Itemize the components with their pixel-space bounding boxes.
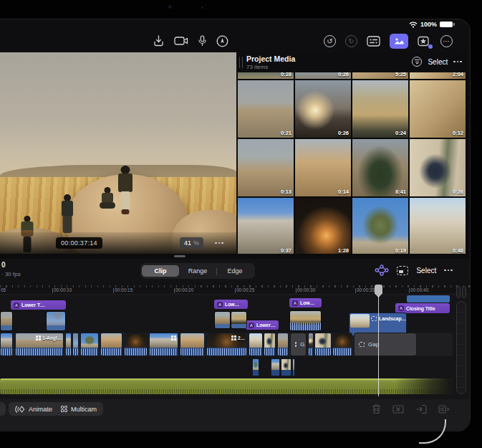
title-clip[interactable]: ALower…	[246, 320, 279, 330]
person-standing	[116, 166, 135, 214]
video-clip[interactable]	[124, 333, 148, 356]
mode-edge[interactable]: Edge	[216, 265, 254, 277]
media-item[interactable]: 0:19	[352, 198, 408, 255]
connected-clip-below[interactable]	[292, 358, 295, 376]
edit-mode-segmented-control: Clip Range Edge	[140, 263, 255, 279]
video-clip[interactable]	[0, 333, 13, 356]
video-clip[interactable]	[308, 333, 314, 356]
media-item-duration: 0:13	[281, 189, 291, 195]
media-item[interactable]: 0:26	[295, 80, 351, 138]
video-clip[interactable]	[277, 333, 289, 356]
mode-range[interactable]: Range	[179, 265, 216, 277]
viewer-more-icon[interactable]	[215, 242, 223, 244]
connected-clip[interactable]	[231, 311, 247, 329]
media-item[interactable]: 0:14	[295, 139, 351, 196]
video-clip[interactable]	[180, 333, 205, 356]
viewer[interactable]: 00:00:37:14 41%	[0, 52, 236, 254]
undo-icon[interactable]: ↺	[324, 35, 336, 47]
insert-clip-icon	[415, 404, 427, 414]
video-clip[interactable]	[149, 333, 178, 356]
media-item[interactable]: 0:26	[295, 72, 351, 79]
video-clip[interactable]	[100, 333, 122, 356]
video-clip[interactable]: 1-Angl…	[15, 333, 64, 356]
viewer-overlay-icon[interactable]	[397, 266, 408, 275]
pencil-draw-icon[interactable]	[216, 35, 228, 47]
project-fps: · 30 fps	[1, 271, 21, 277]
connected-clip-below[interactable]	[252, 358, 259, 376]
timecode-display[interactable]: 00:00:37:14	[56, 237, 102, 249]
connected-clip[interactable]	[0, 311, 13, 331]
record-video-icon[interactable]	[174, 36, 188, 46]
media-item[interactable]: 0:24	[352, 80, 408, 138]
media-more-icon[interactable]	[453, 61, 462, 63]
inspector-icon[interactable]	[367, 36, 380, 47]
connected-clip[interactable]	[289, 310, 322, 331]
more-icon[interactable]: ⋯	[440, 35, 453, 47]
multicam-button[interactable]: Multicam	[54, 402, 103, 416]
title-badge-icon: A	[292, 300, 298, 306]
timeline-more-icon[interactable]	[444, 270, 453, 272]
media-item[interactable]: 0:28	[238, 72, 294, 79]
gap-clip[interactable]: Gap	[354, 333, 417, 356]
media-item[interactable]: 2:04	[410, 72, 466, 79]
video-clip[interactable]	[264, 333, 276, 356]
connected-clip-below[interactable]	[271, 358, 280, 376]
project-media-panel: Project Media 73 items Select 0:280:265:…	[238, 52, 468, 256]
title-clip[interactable]: ALow…	[214, 300, 248, 309]
bottom-toolbar: Animate Multicam	[0, 399, 470, 432]
media-item[interactable]: 0:13	[238, 139, 294, 196]
mode-clip[interactable]: Clip	[142, 265, 179, 277]
video-clip[interactable]	[249, 333, 263, 356]
ruler-timecode-label: 00:00:35	[357, 287, 375, 292]
zoom-level-button[interactable]: 41%	[180, 237, 203, 249]
video-clip[interactable]	[314, 333, 332, 356]
record-audio-icon[interactable]	[198, 35, 206, 47]
video-clip[interactable]	[65, 333, 72, 356]
screen: 100% ↺ ↻	[0, 19, 471, 432]
top-toolbar: ↺ ↻ ⋯	[0, 29, 470, 52]
import-icon[interactable]	[153, 35, 164, 47]
media-select-button[interactable]: Select	[428, 58, 448, 66]
timeline-body[interactable]: 0500:00:1000:00:1500:00:2000:00:2500:00:…	[0, 283, 470, 399]
connected-clip-below[interactable]	[281, 358, 291, 376]
gray-clip[interactable]: G…	[290, 333, 307, 356]
title-clip[interactable]: ALow…	[289, 298, 322, 308]
connected-clip-bar[interactable]	[407, 295, 450, 302]
connected-clip[interactable]	[46, 311, 66, 331]
ruler-timecode-label: 00:00:10	[54, 287, 72, 292]
timeline-select-button[interactable]: Select	[416, 267, 436, 275]
clipped-left-button[interactable]	[0, 402, 6, 416]
title-clip[interactable]: AClosing Title	[395, 303, 450, 313]
multicam-clip-icon	[231, 335, 236, 340]
animate-button[interactable]: Animate	[9, 402, 59, 416]
panel-grip-icon[interactable]	[239, 57, 243, 68]
connected-clip[interactable]	[214, 311, 231, 329]
timeline-vertical-scrollbar[interactable]	[456, 286, 466, 395]
media-item[interactable]: 0:37	[238, 198, 294, 255]
photo-icon	[393, 37, 405, 45]
multicam-icon	[61, 406, 67, 412]
media-item[interactable]: 0:26	[410, 139, 466, 196]
playhead[interactable]	[375, 285, 382, 398]
divider-drag-handle[interactable]	[174, 255, 185, 257]
media-item[interactable]: 0:21	[238, 80, 294, 138]
media-item[interactable]: 0:48	[410, 198, 466, 255]
title-clip[interactable]: ALower T…	[11, 300, 66, 310]
video-clip[interactable]: 2…	[206, 333, 247, 356]
media-item-duration: 0:26	[338, 130, 349, 136]
clip-connections-icon[interactable]	[375, 264, 389, 276]
video-clip[interactable]	[80, 333, 99, 356]
media-item[interactable]: 1:28	[295, 198, 351, 255]
video-clip[interactable]	[72, 333, 79, 356]
effects-icon[interactable]	[418, 35, 431, 47]
video-clip[interactable]	[332, 333, 352, 356]
media-browser-button[interactable]	[390, 34, 408, 49]
media-item[interactable]: 0:12	[410, 80, 466, 138]
animate-icon	[15, 405, 25, 414]
multicam-clip-icon	[36, 335, 41, 340]
placeholder-icon	[295, 342, 297, 347]
filter-icon[interactable]	[412, 57, 422, 67]
media-item[interactable]: 5:25	[352, 72, 408, 79]
media-item[interactable]: 8:41	[352, 139, 408, 196]
media-item-duration: 0:21	[281, 130, 291, 136]
